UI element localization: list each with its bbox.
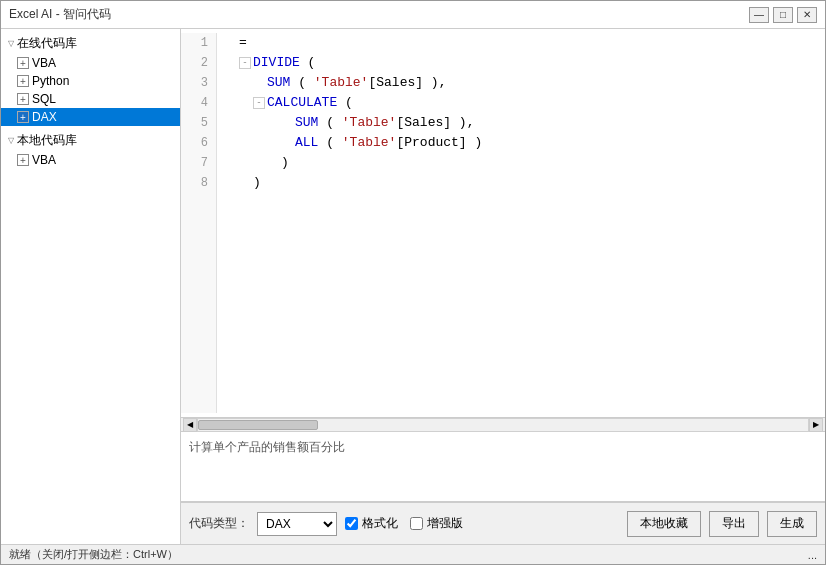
expand-dax-icon: + <box>17 111 29 123</box>
checkbox-group: 格式化 增强版 <box>345 515 463 532</box>
expand-online-icon: ▽ <box>5 38 17 50</box>
expand-local-icon: ▽ <box>5 135 17 147</box>
code-type-label: 代码类型： <box>189 515 249 532</box>
expand-local-vba-icon: + <box>17 154 29 166</box>
sidebar-item-dax[interactable]: + DAX <box>1 108 180 126</box>
dax-label: DAX <box>32 110 57 124</box>
code-line-5: SUM ( 'Table'[Sales] ), <box>225 113 817 133</box>
code-line-7: ) <box>225 153 817 173</box>
enhanced-checkbox[interactable] <box>410 517 423 530</box>
code-type-select[interactable]: DAX VBA Python SQL <box>257 512 337 536</box>
local-save-button[interactable]: 本地收藏 <box>627 511 701 537</box>
hscroll-thumb[interactable] <box>198 420 318 430</box>
sidebar-item-python[interactable]: + Python <box>1 72 180 90</box>
line-numbers: 1 2 3 4 5 6 7 8 <box>181 33 217 413</box>
enhanced-checkbox-item[interactable]: 增强版 <box>410 515 463 532</box>
line-num-2: 2 <box>189 53 208 73</box>
sidebar-local-label: 本地代码库 <box>17 132 77 149</box>
description-area[interactable]: 计算单个产品的销售额百分比 <box>181 432 825 502</box>
minimize-button[interactable]: — <box>749 7 769 23</box>
sql-label: SQL <box>32 92 56 106</box>
scroll-right-btn[interactable]: ▶ <box>809 418 823 432</box>
line-num-5: 5 <box>189 113 208 133</box>
code-line-1: = <box>225 33 817 53</box>
format-checkbox-item[interactable]: 格式化 <box>345 515 398 532</box>
hscroll-area: ◀ ▶ <box>181 418 825 432</box>
sidebar-online-label: 在线代码库 <box>17 35 77 52</box>
hscroll-track[interactable] <box>197 418 809 432</box>
collapse-calculate[interactable]: - <box>253 97 265 109</box>
window-controls: — □ ✕ <box>749 7 817 23</box>
code-line-2: -DIVIDE ( <box>225 53 817 73</box>
window-title: Excel AI - 智问代码 <box>9 6 111 23</box>
title-bar: Excel AI - 智问代码 — □ ✕ <box>1 1 825 29</box>
line-num-3: 3 <box>189 73 208 93</box>
sidebar-header-online[interactable]: ▽ 在线代码库 <box>1 33 180 54</box>
local-vba-label: VBA <box>32 153 56 167</box>
content-area: 1 2 3 4 5 6 7 8 = -DIVIDE ( <box>181 29 825 544</box>
export-button[interactable]: 导出 <box>709 511 759 537</box>
status-bar: 就绪（关闭/打开侧边栏：Ctrl+W） ... <box>1 544 825 564</box>
expand-python-icon: + <box>17 75 29 87</box>
line-num-8: 8 <box>189 173 208 193</box>
line-num-4: 4 <box>189 93 208 113</box>
close-button[interactable]: ✕ <box>797 7 817 23</box>
line-num-6: 6 <box>189 133 208 153</box>
sidebar-item-sql[interactable]: + SQL <box>1 90 180 108</box>
sidebar-item-vba[interactable]: + VBA <box>1 54 180 72</box>
scroll-left-btn[interactable]: ◀ <box>183 418 197 432</box>
code-line-4: -CALCULATE ( <box>225 93 817 113</box>
collapse-divide[interactable]: - <box>239 57 251 69</box>
expand-sql-icon: + <box>17 93 29 105</box>
vba-label: VBA <box>32 56 56 70</box>
sidebar: ▽ 在线代码库 + VBA + Python + SQL + DAX ▽ 本地代… <box>1 29 181 544</box>
status-text: 就绪（关闭/打开侧边栏：Ctrl+W） <box>9 547 178 562</box>
code-lines: = -DIVIDE ( SUM ( 'Table'[Sales] ), -CAL… <box>217 33 825 413</box>
line-num-7: 7 <box>189 153 208 173</box>
description-text: 计算单个产品的销售额百分比 <box>189 440 345 454</box>
maximize-button[interactable]: □ <box>773 7 793 23</box>
python-label: Python <box>32 74 69 88</box>
code-line-8: ) <box>225 173 817 193</box>
format-label: 格式化 <box>362 515 398 532</box>
main-layout: ▽ 在线代码库 + VBA + Python + SQL + DAX ▽ 本地代… <box>1 29 825 544</box>
bottom-toolbar: 代码类型： DAX VBA Python SQL 格式化 增强版 本地收藏 导出 <box>181 502 825 544</box>
format-checkbox[interactable] <box>345 517 358 530</box>
sidebar-item-local-vba[interactable]: + VBA <box>1 151 180 169</box>
code-content: 1 2 3 4 5 6 7 8 = -DIVIDE ( <box>181 29 825 417</box>
generate-button[interactable]: 生成 <box>767 511 817 537</box>
expand-vba-icon: + <box>17 57 29 69</box>
enhanced-label: 增强版 <box>427 515 463 532</box>
sidebar-header-local[interactable]: ▽ 本地代码库 <box>1 130 180 151</box>
code-line-6: ALL ( 'Table'[Product] ) <box>225 133 817 153</box>
code-editor[interactable]: 1 2 3 4 5 6 7 8 = -DIVIDE ( <box>181 29 825 418</box>
code-line-3: SUM ( 'Table'[Sales] ), <box>225 73 817 93</box>
line-num-1: 1 <box>189 33 208 53</box>
status-dots: ... <box>808 549 817 561</box>
